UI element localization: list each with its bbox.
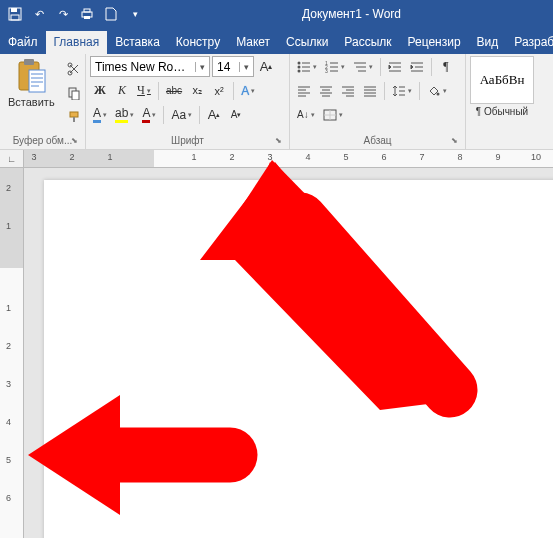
copy-button[interactable] — [63, 82, 85, 104]
separator — [431, 58, 432, 76]
bucket-icon — [427, 85, 441, 97]
vertical-ruler[interactable]: 21123456 — [0, 168, 24, 538]
style-normal[interactable]: АаБбВн ¶ Обычный — [470, 56, 534, 117]
svg-rect-1 — [11, 8, 17, 12]
tab-references[interactable]: Ссылки — [278, 31, 336, 54]
chevron-down-icon[interactable]: ▾ — [239, 62, 253, 72]
font-label: Шрифт⬊ — [90, 133, 285, 149]
underline-button[interactable]: Ч — [134, 80, 154, 101]
qat-customize-button[interactable]: ▾ — [124, 3, 146, 25]
redo-button[interactable]: ↷ — [52, 3, 74, 25]
ribbon: Вставить Буфер обм...⬊ Times — [0, 54, 553, 150]
svg-point-16 — [298, 69, 301, 72]
tab-design[interactable]: Констру — [168, 31, 228, 54]
tab-selector[interactable]: ∟ — [0, 150, 24, 168]
svg-rect-13 — [70, 112, 78, 117]
quick-print-button[interactable] — [76, 3, 98, 25]
justify-button[interactable] — [360, 80, 380, 101]
undo-button[interactable]: ↶ — [28, 3, 50, 25]
separator — [380, 58, 381, 76]
horizontal-ruler[interactable]: 32112345678910 — [24, 150, 553, 168]
font-color2-button[interactable]: A — [90, 104, 110, 125]
grow-font2-button[interactable]: A▴ — [204, 104, 224, 125]
clipboard-icon — [15, 58, 47, 94]
paragraph-launcher[interactable]: ⬊ — [449, 136, 459, 146]
spacing-icon — [392, 85, 406, 97]
shrink-font-button[interactable]: A▾ — [226, 104, 246, 125]
tab-view[interactable]: Вид — [469, 31, 507, 54]
tab-insert[interactable]: Вставка — [107, 31, 168, 54]
indent-icon — [410, 61, 424, 73]
bullets-icon — [297, 61, 311, 73]
tab-developer[interactable]: Разрабо — [506, 31, 553, 54]
text-effects-button[interactable]: A — [238, 80, 258, 101]
show-marks-button[interactable]: ¶ — [436, 56, 456, 77]
numbering-button[interactable]: 123 — [322, 56, 348, 77]
highlight-button[interactable]: ab — [112, 104, 137, 125]
line-spacing-button[interactable] — [389, 80, 415, 101]
align-center-icon — [319, 85, 333, 97]
bullets-button[interactable] — [294, 56, 320, 77]
font-size-combo[interactable]: 14 ▾ — [212, 56, 254, 77]
font-color-button[interactable]: A — [139, 104, 159, 125]
borders-button[interactable] — [320, 104, 346, 125]
tab-review[interactable]: Рецензир — [400, 31, 469, 54]
svg-rect-2 — [11, 15, 19, 20]
clipboard-label: Буфер обм...⬊ — [4, 133, 81, 149]
cut-button[interactable] — [63, 58, 85, 80]
page-area[interactable] — [24, 168, 553, 538]
font-launcher[interactable]: ⬊ — [273, 136, 283, 146]
align-right-icon — [341, 85, 355, 97]
style-name: ¶ Обычный — [476, 106, 528, 117]
strike-button[interactable]: abc — [163, 80, 185, 101]
paste-button[interactable]: Вставить — [4, 56, 59, 110]
numbering-icon: 123 — [325, 61, 339, 73]
borders-icon — [323, 109, 337, 121]
window-title: Документ1 - Word — [150, 7, 553, 21]
shading-button[interactable] — [424, 80, 450, 101]
tab-mailings[interactable]: Рассылк — [336, 31, 399, 54]
superscript-button[interactable]: x² — [209, 80, 229, 101]
group-font: Times New Roman ▾ 14 ▾ A▴ Ж К Ч abc x₂ — [86, 54, 290, 149]
separator — [419, 82, 420, 100]
style-sample: АаБбВн — [470, 56, 534, 104]
format-painter-button[interactable] — [63, 106, 85, 128]
italic-button[interactable]: К — [112, 80, 132, 101]
justify-icon — [363, 85, 377, 97]
sort-button[interactable]: A↓ — [294, 104, 318, 125]
workspace: ∟ 32112345678910 21123456 — [0, 150, 553, 538]
save-button[interactable] — [4, 3, 26, 25]
font-name-value: Times New Roman — [91, 60, 195, 74]
outdent-button[interactable] — [385, 56, 405, 77]
document-page[interactable] — [44, 180, 553, 538]
tab-home[interactable]: Главная — [46, 31, 108, 54]
tab-layout[interactable]: Макет — [228, 31, 278, 54]
ribbon-tabs: Файл Главная Вставка Констру Макет Ссылк… — [0, 28, 553, 54]
separator — [199, 106, 200, 124]
bold-button[interactable]: Ж — [90, 80, 110, 101]
align-left-icon — [297, 85, 311, 97]
svg-point-15 — [298, 65, 301, 68]
group-styles: АаБбВн ¶ Обычный — [466, 54, 553, 149]
scissors-icon — [67, 62, 81, 76]
chevron-down-icon[interactable]: ▾ — [195, 62, 209, 72]
svg-point-14 — [298, 61, 301, 64]
clipboard-launcher[interactable]: ⬊ — [69, 136, 79, 146]
new-doc-button[interactable] — [100, 3, 122, 25]
align-right-button[interactable] — [338, 80, 358, 101]
indent-button[interactable] — [407, 56, 427, 77]
separator — [158, 82, 159, 100]
multilevel-button[interactable] — [350, 56, 376, 77]
change-case-button[interactable]: Aa — [168, 104, 195, 125]
align-center-button[interactable] — [316, 80, 336, 101]
svg-rect-4 — [84, 9, 90, 12]
paragraph-label: Абзац⬊ — [294, 133, 461, 149]
multilevel-icon — [353, 61, 367, 73]
outdent-icon — [388, 61, 402, 73]
subscript-button[interactable]: x₂ — [187, 80, 207, 101]
align-left-button[interactable] — [294, 80, 314, 101]
font-name-combo[interactable]: Times New Roman ▾ — [90, 56, 210, 77]
grow-font-button[interactable]: A▴ — [256, 56, 276, 77]
tab-file[interactable]: Файл — [0, 31, 46, 54]
paste-label: Вставить — [8, 96, 55, 108]
